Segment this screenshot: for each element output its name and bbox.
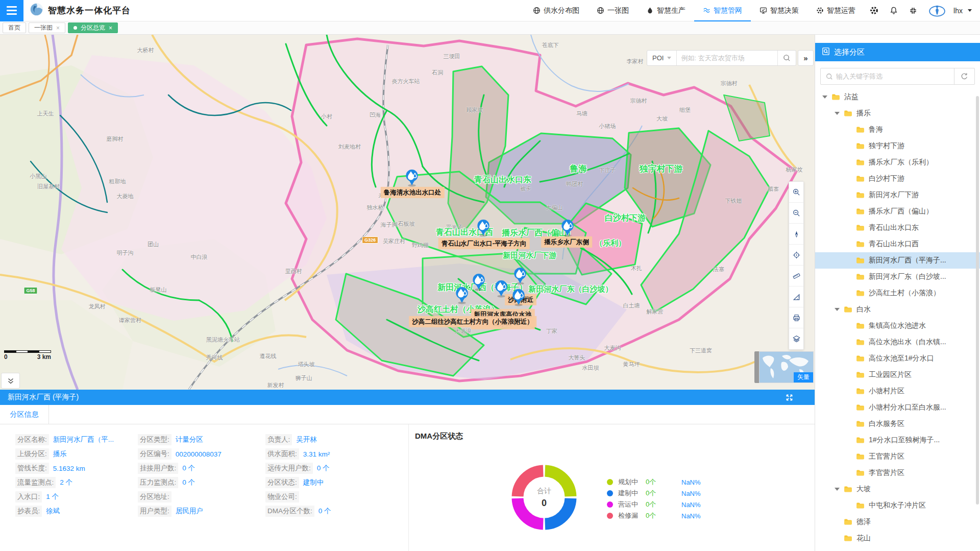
map-type-badge[interactable]: 矢量 bbox=[794, 372, 813, 382]
overview-world-map[interactable]: 矢量 bbox=[759, 351, 814, 383]
tree-node[interactable]: 播乐 bbox=[815, 105, 980, 122]
tree-node[interactable]: 新田河水厂下游 bbox=[815, 187, 980, 203]
tree-node[interactable]: 白水 bbox=[815, 301, 980, 318]
tree-node[interactable]: 鲁海 bbox=[815, 122, 980, 138]
info-field-value[interactable]: 2 个 bbox=[60, 478, 72, 487]
compass-button[interactable] bbox=[789, 224, 803, 245]
search-icon bbox=[821, 73, 836, 80]
water-outlet-marker-icon[interactable] bbox=[472, 273, 486, 291]
page-tab-3[interactable]: 分区总览× bbox=[68, 22, 118, 33]
tree-node[interactable]: 集镇高位水池进水 bbox=[815, 318, 980, 334]
refresh-icon[interactable] bbox=[954, 68, 974, 84]
map-canvas[interactable]: 大桥村上天生磨脚村小村凹海刘麦地村粗那地大菱地来远村独水桥小黑山旧屋基村明子沟团… bbox=[0, 35, 815, 390]
tree-node[interactable]: 青石山出水口西 bbox=[815, 236, 980, 252]
sidebar-scrollbar[interactable] bbox=[976, 96, 979, 505]
info-field-value[interactable]: 徐斌 bbox=[46, 507, 60, 516]
nav-item-3[interactable]: 智慧生产 bbox=[638, 0, 694, 21]
tree-node[interactable]: 德泽 bbox=[815, 514, 980, 530]
info-field-value[interactable]: 新田河水厂西（平... bbox=[53, 435, 114, 444]
folder-icon bbox=[856, 371, 865, 378]
tree-node[interactable]: 沙高红土村（小落浪） bbox=[815, 285, 980, 301]
tree-node[interactable]: 高位水池至1#分水口 bbox=[815, 350, 980, 367]
info-field-value[interactable]: 计量分区 bbox=[176, 435, 203, 444]
zoom-in-button[interactable] bbox=[789, 182, 803, 203]
sidebar-collapse-button[interactable]: » bbox=[798, 50, 814, 66]
info-field-value[interactable]: 0 个 bbox=[182, 464, 195, 473]
water-outlet-marker-icon[interactable] bbox=[561, 219, 575, 237]
compress-button[interactable] bbox=[903, 0, 923, 21]
layers-button[interactable] bbox=[789, 328, 803, 349]
page-tab-1[interactable]: 首页 bbox=[3, 22, 26, 33]
print-button[interactable] bbox=[789, 307, 803, 328]
page-tab-2[interactable]: 一张图× bbox=[29, 22, 65, 33]
tree-node[interactable]: 李官营片区 bbox=[815, 465, 980, 481]
nav-item-1[interactable]: 供水分布图 bbox=[524, 0, 588, 21]
nav-item-5[interactable]: 智慧决策 bbox=[751, 0, 807, 21]
tree-node[interactable]: 新田河水厂东（白沙坡... bbox=[815, 269, 980, 285]
info-field-value[interactable]: 5.1632 km bbox=[53, 465, 85, 472]
info-field-value[interactable]: 建制中 bbox=[303, 478, 324, 487]
expand-icon[interactable] bbox=[786, 390, 793, 405]
measure-area-button[interactable] bbox=[789, 286, 803, 307]
tree-node[interactable]: 青石山出水口东 bbox=[815, 220, 980, 236]
info-field: 供水面积:3.31 km² bbox=[265, 447, 408, 461]
overview-collapse-handle[interactable] bbox=[754, 351, 759, 383]
tree-node[interactable]: 花山 bbox=[815, 530, 980, 546]
poi-category-dropdown[interactable]: POI bbox=[647, 51, 677, 65]
info-field-value[interactable]: 0 个 bbox=[182, 478, 195, 487]
tree-node[interactable]: 播乐水厂东（乐利） bbox=[815, 154, 980, 171]
water-outlet-marker-icon[interactable] bbox=[455, 286, 469, 304]
tree-node[interactable]: 中屯和水子冲片区 bbox=[815, 497, 980, 514]
tree-node[interactable]: 白沙村下游 bbox=[815, 171, 980, 187]
bell-button[interactable] bbox=[884, 0, 903, 21]
nav-item-4[interactable]: 智慧管网 bbox=[694, 0, 751, 21]
tree-node[interactable]: 小塘村分水口至白水服... bbox=[815, 399, 980, 416]
info-field-value[interactable]: 0 个 bbox=[317, 464, 330, 473]
info-field-label: 压力监测点: bbox=[138, 477, 178, 488]
info-field-label: 流量监测点: bbox=[15, 477, 56, 488]
folder-icon bbox=[856, 224, 865, 231]
info-field-value[interactable]: 3.31 km² bbox=[303, 450, 330, 458]
tree-node[interactable]: 工业园区片区 bbox=[815, 367, 980, 383]
user-menu[interactable]: lhx bbox=[949, 7, 980, 15]
tree-node[interactable]: 小塘村片区 bbox=[815, 383, 980, 399]
locate-button[interactable] bbox=[789, 245, 803, 266]
zoom-out-button[interactable] bbox=[789, 203, 803, 224]
tree-node[interactable]: 白水服务区 bbox=[815, 416, 980, 432]
tree-node[interactable]: 1#分水口至独树海子... bbox=[815, 432, 980, 448]
poi-search-button[interactable] bbox=[777, 51, 796, 65]
gear-button[interactable] bbox=[864, 0, 884, 21]
info-field: 分区状态:建制中 bbox=[265, 475, 408, 490]
measure-distance-button[interactable] bbox=[789, 266, 803, 286]
info-field-value[interactable]: 居民用户 bbox=[176, 507, 203, 516]
water-outlet-marker-icon[interactable] bbox=[405, 169, 419, 187]
close-icon[interactable]: × bbox=[56, 25, 60, 31]
nav-item-2[interactable]: 一张图 bbox=[588, 0, 638, 21]
nav-item-6[interactable]: 智慧运营 bbox=[807, 0, 864, 21]
info-field-value[interactable]: 1 个 bbox=[46, 492, 59, 501]
close-icon[interactable]: × bbox=[109, 25, 112, 31]
panel-collapse-button[interactable] bbox=[1, 373, 20, 389]
compress-icon bbox=[909, 7, 917, 15]
info-field-value[interactable]: 0 个 bbox=[318, 507, 331, 516]
tree-node[interactable]: 新田河水厂西（平海子... bbox=[815, 252, 980, 269]
tab-partition-info[interactable]: 分区信息 bbox=[0, 405, 49, 424]
tree-node[interactable]: 高位水池出水（白水镇... bbox=[815, 334, 980, 350]
water-outlet-marker-icon[interactable] bbox=[512, 289, 526, 306]
tree-node[interactable]: 播乐水厂西（偏山） bbox=[815, 203, 980, 220]
water-outlet-marker-icon[interactable] bbox=[495, 280, 508, 298]
info-field-value[interactable]: 吴开林 bbox=[296, 435, 317, 444]
water-outlet-marker-icon[interactable] bbox=[477, 219, 491, 237]
tree-node[interactable]: 沾益 bbox=[815, 89, 980, 105]
info-field-value[interactable]: 002000008037 bbox=[176, 450, 222, 458]
water-outlet-marker-icon[interactable] bbox=[513, 267, 527, 285]
tree-node[interactable]: 大坡 bbox=[815, 481, 980, 497]
tree-node[interactable]: 王官营片区 bbox=[815, 448, 980, 465]
map-place-label: 木扎 bbox=[631, 265, 642, 272]
poi-search-input[interactable] bbox=[677, 54, 777, 62]
info-field: 负责人:吴开林 bbox=[265, 433, 408, 447]
tree-node[interactable]: 独宇村下游 bbox=[815, 138, 980, 154]
tree-filter-input[interactable] bbox=[836, 73, 954, 80]
hamburger-menu-button[interactable] bbox=[0, 0, 23, 21]
info-field-value[interactable]: 播乐 bbox=[53, 449, 67, 459]
